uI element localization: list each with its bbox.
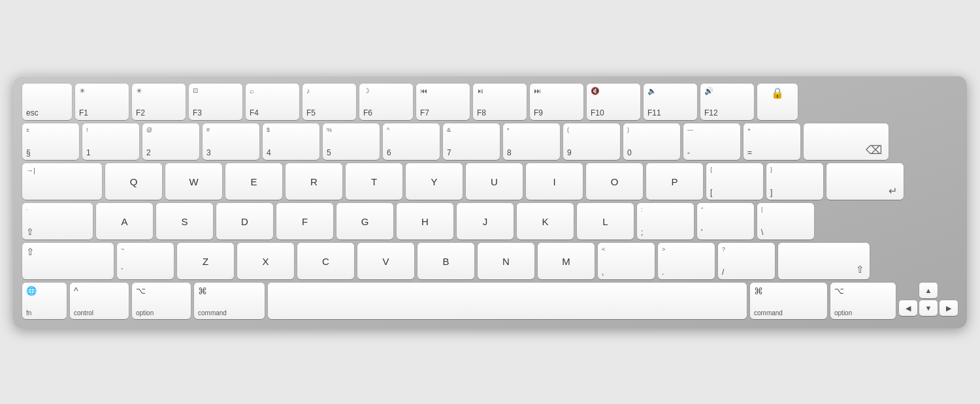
number-key-row: ± § ! 1 @ 2 # 3 $ 4: [22, 123, 958, 160]
key-p[interactable]: P: [646, 163, 703, 200]
key-b[interactable]: B: [417, 243, 474, 279]
key-slash[interactable]: ? /: [718, 243, 775, 279]
key-semicolon[interactable]: : ;: [637, 203, 694, 240]
key-f[interactable]: F: [276, 203, 333, 240]
key-3[interactable]: # 3: [203, 123, 259, 160]
asdf-key-row: · ⇪ A S D F G H J K L: [22, 203, 958, 240]
key-option-right[interactable]: ⌥ option: [830, 283, 896, 319]
key-f2[interactable]: ☀ F2: [132, 84, 186, 120]
key-arrow-down[interactable]: ▼: [919, 300, 938, 316]
key-6[interactable]: ^ 6: [383, 123, 440, 160]
key-u[interactable]: U: [466, 163, 523, 200]
key-quote[interactable]: " ': [697, 203, 754, 240]
key-tilde[interactable]: ~ `: [117, 243, 174, 279]
key-v[interactable]: V: [357, 243, 414, 279]
key-q[interactable]: Q: [105, 163, 162, 200]
key-s[interactable]: S: [156, 203, 213, 240]
key-y[interactable]: Y: [406, 163, 463, 200]
key-f9[interactable]: ⏭ F9: [530, 84, 583, 120]
key-lock[interactable]: 🔒: [757, 84, 798, 120]
zxcv-key-row: ⇧ ~ ` Z X C V B N M: [22, 243, 958, 279]
key-command-left[interactable]: ⌘ command: [194, 283, 265, 319]
key-8[interactable]: * 8: [503, 123, 560, 160]
key-5[interactable]: % 5: [323, 123, 380, 160]
arrow-up-row: ▲: [899, 283, 958, 298]
key-right-bracket[interactable]: } ]: [766, 163, 823, 200]
key-backslash[interactable]: | \: [757, 203, 814, 240]
arrow-bottom-row: ◀ ▼ ▶: [899, 300, 958, 316]
key-d[interactable]: D: [216, 203, 273, 240]
key-9[interactable]: ( 9: [563, 123, 620, 160]
key-return[interactable]: ↵: [826, 163, 904, 200]
key-r[interactable]: R: [286, 163, 342, 200]
key-n[interactable]: N: [478, 243, 534, 279]
key-4[interactable]: $ 4: [263, 123, 319, 160]
key-arrow-up[interactable]: ▲: [919, 283, 938, 298]
key-k[interactable]: K: [517, 203, 574, 240]
arrow-key-cluster: ▲ ◀ ▼ ▶: [899, 283, 958, 319]
key-esc[interactable]: esc: [22, 84, 72, 120]
key-m[interactable]: M: [538, 243, 595, 279]
key-option-left[interactable]: ⌥ option: [132, 283, 191, 319]
key-f6[interactable]: ☽ F6: [359, 84, 413, 120]
key-tab[interactable]: →|: [22, 163, 102, 200]
key-shift-left[interactable]: ⇧: [22, 243, 114, 279]
key-g[interactable]: G: [336, 203, 393, 240]
key-a[interactable]: A: [96, 203, 153, 240]
key-control[interactable]: ^ control: [70, 283, 129, 319]
key-arrow-left[interactable]: ◀: [899, 300, 917, 316]
function-key-row: esc ☀ F1 ☀ F2 ⊡ F3 ⌕ F4: [22, 84, 958, 120]
key-section[interactable]: ± §: [22, 123, 79, 160]
key-left-bracket[interactable]: { [: [706, 163, 763, 200]
key-f8[interactable]: ⏯ F8: [473, 84, 527, 120]
key-i[interactable]: I: [526, 163, 583, 200]
key-equals[interactable]: + =: [743, 123, 800, 160]
key-w[interactable]: W: [165, 163, 222, 200]
key-capslock[interactable]: · ⇪: [22, 203, 93, 240]
bottom-key-row: 🌐 fn ^ control ⌥ option ⌘ command: [22, 283, 958, 319]
keyboard: esc ☀ F1 ☀ F2 ⊡ F3 ⌕ F4: [13, 76, 967, 328]
key-z[interactable]: Z: [177, 243, 234, 279]
key-f7[interactable]: ⏮ F7: [416, 84, 470, 120]
key-j[interactable]: J: [457, 203, 514, 240]
key-c[interactable]: C: [297, 243, 354, 279]
key-l[interactable]: L: [577, 203, 634, 240]
key-spacebar[interactable]: [268, 283, 747, 319]
key-1[interactable]: ! 1: [82, 123, 139, 160]
key-period[interactable]: > .: [658, 243, 715, 279]
key-minus[interactable]: — -: [683, 123, 740, 160]
key-o[interactable]: O: [586, 163, 643, 200]
key-h[interactable]: H: [397, 203, 453, 240]
key-command-right[interactable]: ⌘ command: [750, 283, 827, 319]
key-f4[interactable]: ⌕ F4: [246, 84, 299, 120]
key-f3[interactable]: ⊡ F3: [189, 84, 242, 120]
key-f10[interactable]: 🔇 F10: [587, 84, 640, 120]
key-e[interactable]: E: [225, 163, 282, 200]
key-arrow-right[interactable]: ▶: [939, 300, 958, 316]
key-0[interactable]: ) 0: [623, 123, 680, 160]
qwerty-key-row: →| Q W E R T Y U I O P: [22, 163, 958, 200]
key-fn[interactable]: 🌐 fn: [22, 283, 67, 319]
key-2[interactable]: @ 2: [142, 123, 199, 160]
key-f12[interactable]: 🔊 F12: [700, 84, 754, 120]
key-t[interactable]: T: [346, 163, 402, 200]
key-shift-right[interactable]: ⇧: [778, 243, 870, 279]
key-7[interactable]: & 7: [443, 123, 500, 160]
key-f5[interactable]: ♪ F5: [302, 84, 356, 120]
key-comma[interactable]: < ,: [598, 243, 655, 279]
key-f1[interactable]: ☀ F1: [75, 84, 129, 120]
key-f11[interactable]: 🔈 F11: [644, 84, 697, 120]
key-backspace[interactable]: ⌫: [804, 123, 889, 160]
key-x[interactable]: X: [237, 243, 294, 279]
